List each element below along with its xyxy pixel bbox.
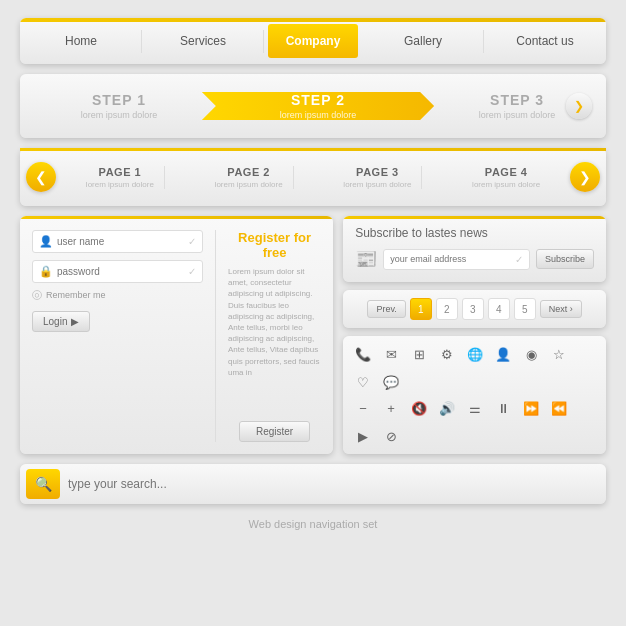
pagination-next-btn[interactable]: Next › — [540, 300, 582, 318]
volume-icon[interactable]: 🔊 — [437, 398, 457, 418]
icons-row-1: 📞 ✉ ⊞ ⚙ 🌐 👤 ◉ ☆ ♡ 💬 — [353, 344, 596, 392]
pag-num-2[interactable]: 2 — [436, 298, 458, 320]
pagination-card: Prev. 1 2 3 4 5 Next › — [343, 290, 606, 328]
page-col-4[interactable]: PAGE 4 lorem ipsum dolore — [462, 166, 550, 189]
page-bar: ❮ PAGE 1 lorem ipsum dolore PAGE 2 lorem… — [20, 148, 606, 206]
phone-icon[interactable]: 📞 — [353, 344, 373, 364]
check-icon-2: ✓ — [188, 266, 196, 277]
subscribe-input[interactable] — [390, 254, 511, 264]
icons-row-2: − + 🔇 🔊 ⚌ ⏸ ⏩ ⏪ ▶ ⊘ — [353, 398, 596, 446]
star-icon[interactable]: ☆ — [549, 344, 569, 364]
play-icon[interactable]: ▶ — [353, 426, 373, 446]
subscribe-button[interactable]: Subscribe — [536, 249, 594, 269]
register-button[interactable]: Register — [239, 421, 310, 442]
username-field[interactable]: 👤 ✓ — [32, 230, 203, 253]
pag-num-4[interactable]: 4 — [488, 298, 510, 320]
chevron-right-icon: › — [570, 304, 573, 314]
remember-checkbox[interactable]: ○ — [32, 290, 42, 300]
search-input[interactable] — [68, 477, 600, 491]
search-bar: 🔍 — [20, 464, 606, 504]
subscribe-row: 📰 ✓ Subscribe — [355, 248, 594, 270]
bottom-section: 👤 ✓ 🔒 ✓ ○ Remember me Login ▶ Register f… — [20, 216, 606, 454]
gear-icon[interactable]: ⚙ — [437, 344, 457, 364]
register-title: Register for free — [228, 230, 321, 260]
arrow-right-icon: ▶ — [71, 316, 79, 327]
fast-forward-icon[interactable]: ⏩ — [521, 398, 541, 418]
footer-label: Web design navigation set — [249, 518, 378, 530]
chat-icon[interactable]: 💬 — [381, 372, 401, 392]
step-2[interactable]: STEP 2 lorem ipsum dolore — [202, 92, 434, 120]
page-col-3[interactable]: PAGE 3 lorem ipsum dolore — [333, 166, 422, 189]
person-icon[interactable]: 👤 — [493, 344, 513, 364]
minus-icon[interactable]: − — [353, 398, 373, 418]
rewind-icon[interactable]: ⏪ — [549, 398, 569, 418]
username-input[interactable] — [57, 236, 184, 247]
main-nav: Home Services Company Gallery Contact us — [20, 18, 606, 64]
pause-icon[interactable]: ⏸ — [493, 398, 513, 418]
password-input[interactable] — [57, 266, 184, 277]
nav-item-home[interactable]: Home — [20, 18, 142, 64]
grid-icon[interactable]: ⊞ — [409, 344, 429, 364]
divider — [215, 230, 216, 442]
subscribe-card: Subscribe to lastes news 📰 ✓ Subscribe — [343, 216, 606, 282]
subscribe-title: Subscribe to lastes news — [355, 226, 594, 240]
subscribe-check-icon: ✓ — [515, 254, 523, 265]
sliders-icon[interactable]: ⚌ — [465, 398, 485, 418]
pag-num-3[interactable]: 3 — [462, 298, 484, 320]
remember-row: ○ Remember me — [32, 290, 203, 300]
page-prev-btn[interactable]: ❮ — [26, 162, 56, 192]
mail-icon[interactable]: ✉ — [381, 344, 401, 364]
icons-card: 📞 ✉ ⊞ ⚙ 🌐 👤 ◉ ☆ ♡ 💬 − + 🔇 🔊 ⚌ ⏸ ⏩ ⏪ — [343, 336, 606, 454]
pag-num-5[interactable]: 5 — [514, 298, 536, 320]
rss-icon[interactable]: ◉ — [521, 344, 541, 364]
search-button[interactable]: 🔍 — [26, 469, 60, 499]
heart-icon[interactable]: ♡ — [353, 372, 373, 392]
register-text: Lorem ipsum dolor sit amet, consectetur … — [228, 266, 321, 378]
page-col-2[interactable]: PAGE 2 lorem ipsum dolore — [205, 166, 294, 189]
password-field[interactable]: 🔒 ✓ — [32, 260, 203, 283]
step-3-arrow: ❯ — [566, 93, 592, 119]
newspaper-icon: 📰 — [355, 248, 377, 270]
volume-mute-icon[interactable]: 🔇 — [409, 398, 429, 418]
search-icon: 🔍 — [35, 476, 52, 492]
check-icon: ✓ — [188, 236, 196, 247]
globe-icon[interactable]: 🌐 — [465, 344, 485, 364]
right-cards: Subscribe to lastes news 📰 ✓ Subscribe P… — [343, 216, 606, 454]
page-next-btn[interactable]: ❯ — [570, 162, 600, 192]
user-icon: 👤 — [39, 235, 53, 248]
page-items: PAGE 1 lorem ipsum dolore PAGE 2 lorem i… — [56, 166, 570, 189]
login-button[interactable]: Login ▶ — [32, 311, 90, 332]
step-1[interactable]: STEP 1 lorem ipsum dolore — [20, 92, 202, 120]
login-register-card: 👤 ✓ 🔒 ✓ ○ Remember me Login ▶ Register f… — [20, 216, 333, 454]
ban-icon[interactable]: ⊘ — [381, 426, 401, 446]
plus-icon[interactable]: + — [381, 398, 401, 418]
pagination-prev-btn[interactable]: Prev. — [367, 300, 405, 318]
pag-num-1[interactable]: 1 — [410, 298, 432, 320]
login-section: 👤 ✓ 🔒 ✓ ○ Remember me Login ▶ — [32, 230, 203, 442]
nav-item-contact[interactable]: Contact us — [484, 18, 606, 64]
nav-item-company[interactable]: Company — [268, 24, 358, 58]
lock-icon: 🔒 — [39, 265, 53, 278]
subscribe-input-wrap: ✓ — [383, 249, 530, 270]
page-col-1[interactable]: PAGE 1 lorem ipsum dolore — [76, 166, 165, 189]
step-bar: STEP 1 lorem ipsum dolore STEP 2 lorem i… — [20, 74, 606, 138]
nav-item-services[interactable]: Services — [142, 18, 264, 64]
nav-item-gallery[interactable]: Gallery — [362, 18, 484, 64]
step-3[interactable]: STEP 3 lorem ipsum dolore ❯ — [434, 92, 606, 120]
register-section: Register for free Lorem ipsum dolor sit … — [228, 230, 321, 442]
